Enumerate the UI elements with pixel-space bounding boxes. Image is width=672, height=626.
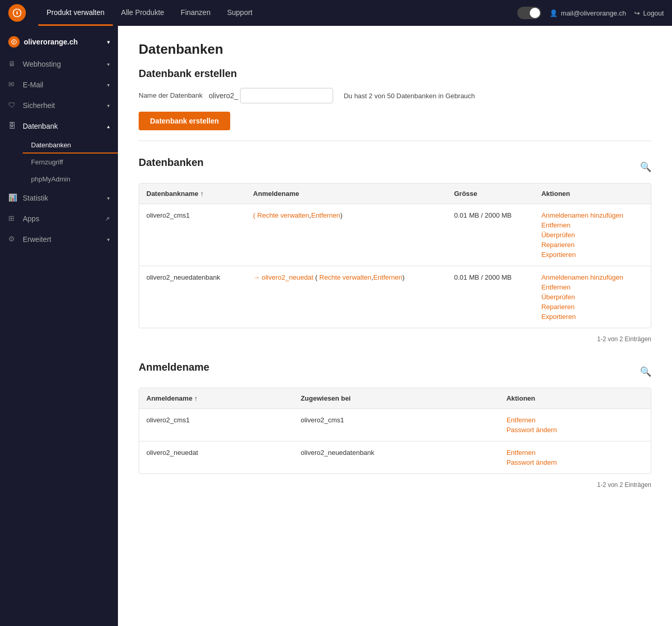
sidebar-label-webhosting: Webhosting xyxy=(23,60,61,68)
sidebar-label-email: E-Mail xyxy=(23,81,43,89)
anmeldename-table-wrap: Anmeldename ↑ Zugewiesen bei Aktionen ol… xyxy=(139,388,651,474)
nav-produkt-verwalten[interactable]: Produkt verwalten xyxy=(38,0,113,26)
nav-right: 👤 mail@oliverorange.ch ↪ Logout xyxy=(517,7,664,19)
top-nav: Produkt verwalten Alle Produkte Finanzen… xyxy=(0,0,672,26)
action-exportieren-1[interactable]: Exportieren xyxy=(541,251,644,258)
action-entfernen-2[interactable]: Entfernen xyxy=(541,283,644,291)
nav-finanzen[interactable]: Finanzen xyxy=(172,0,219,26)
chevron-statistik: ▾ xyxy=(107,195,110,201)
sidebar-item-datenbank[interactable]: 🗄 Datenbank ▴ xyxy=(0,116,118,136)
anm-passwort-1[interactable]: Passwort ändern xyxy=(506,426,644,434)
db-name-input[interactable] xyxy=(240,88,333,103)
server-icon: 🖥 xyxy=(8,59,18,69)
db-usage-info: Du hast 2 von 50 Datenbanken in Gebrauch xyxy=(344,92,475,100)
anm-action-links-2: Entfernen Passwort ändern xyxy=(506,449,644,466)
brand-logo-icon xyxy=(11,39,17,45)
sidebar-label-datenbank: Datenbank xyxy=(23,122,58,130)
chevron-datenbank: ▴ xyxy=(107,124,110,129)
rechte-verwalten-link-2[interactable]: Rechte verwalten xyxy=(319,273,371,281)
action-uberprufen-2[interactable]: Überprüfen xyxy=(541,293,644,301)
prefix-input-group: olivero2_ xyxy=(209,88,334,103)
action-uberprufen-1[interactable]: Überprüfen xyxy=(541,231,644,239)
sidebar-brand[interactable]: oliverorange.ch ▾ xyxy=(0,30,118,54)
anm-entfernen-2[interactable]: Entfernen xyxy=(506,449,644,456)
table-row: olivero2_cms1 olivero2_cms1 Entfernen Pa… xyxy=(139,409,651,441)
logo-icon xyxy=(12,8,22,18)
chevron-email: ▾ xyxy=(107,82,110,88)
sidebar-item-erweitert[interactable]: ⚙ Erweitert ▾ xyxy=(0,229,118,250)
create-db-button[interactable]: Datenbank erstellen xyxy=(139,112,230,130)
table-row: olivero2_neuedat olivero2_neuedatenbank … xyxy=(139,441,651,474)
anm-row1-name: olivero2_cms1 xyxy=(139,409,293,441)
action-reparieren-1[interactable]: Reparieren xyxy=(541,241,644,249)
action-reparieren-2[interactable]: Reparieren xyxy=(541,303,644,311)
main-content: Datenbanken Datenbank erstellen Name der… xyxy=(118,26,672,626)
sidebar-item-apps[interactable]: ⊞ Apps ↗ xyxy=(0,208,118,229)
col-groesse: Grösse xyxy=(447,184,534,204)
toggle-knob xyxy=(530,8,540,18)
db-prefix: olivero2_ xyxy=(209,91,241,100)
brand-icon xyxy=(8,36,20,48)
sidebar-item-webhosting[interactable]: 🖥 Webhosting ▾ xyxy=(0,54,118,74)
datenbanken-pagination: 1-2 von 2 Einträgen xyxy=(139,332,651,346)
anmeldename-section-header: Anmeldename 🔍 xyxy=(139,361,651,381)
anm-passwort-2[interactable]: Passwort ändern xyxy=(506,459,644,466)
user-icon: 👤 xyxy=(549,9,558,17)
chevron-erweitert: ▾ xyxy=(107,237,110,242)
entfernen-link-1[interactable]: Entfernen xyxy=(311,211,340,219)
sidebar-item-statistik[interactable]: 📊 Statistik ▾ xyxy=(0,188,118,208)
nav-support[interactable]: Support xyxy=(219,0,261,26)
db-row1-anmeldename-link[interactable]: ( xyxy=(253,211,255,219)
action-links-2: Anmeldenamen hinzufügen Entfernen Überpr… xyxy=(541,273,644,320)
table-row: olivero2_cms1 ( Rechte verwalten,Entfern… xyxy=(139,204,651,266)
sidebar-item-email[interactable]: ✉ E-Mail ▾ xyxy=(0,74,118,95)
db-row2-anmeldename: → olivero2_neuedat ( Rechte verwalten,En… xyxy=(246,266,446,328)
db-row2-anmeldename-link[interactable]: → olivero2_neuedat xyxy=(253,273,313,281)
sidebar-label-erweitert: Erweitert xyxy=(23,235,51,243)
col-anmeldename-h: Anmeldename ↑ xyxy=(139,388,293,409)
item-left: 🗄 Datenbank xyxy=(8,121,58,131)
rechte-verwalten-link-1[interactable]: Rechte verwalten xyxy=(257,211,309,219)
action-anmelden-1[interactable]: Anmeldenamen hinzufügen xyxy=(541,211,644,219)
action-entfernen-1[interactable]: Entfernen xyxy=(541,221,644,229)
col-aktionen-h: Aktionen xyxy=(499,388,651,409)
col-anmeldename: Anmeldename xyxy=(246,184,446,204)
sidebar-subitem-datenbanken[interactable]: Datenbanken xyxy=(23,136,118,154)
sidebar-subitem-fernzugriff[interactable]: Fernzugriff xyxy=(23,154,118,171)
anm-entfernen-1[interactable]: Entfernen xyxy=(506,416,644,424)
col-aktionen: Aktionen xyxy=(534,184,651,204)
logout-label: Logout xyxy=(643,9,664,17)
dark-mode-toggle[interactable] xyxy=(517,7,541,19)
sidebar-item-sicherheit[interactable]: 🛡 Sicherheit ▾ xyxy=(0,95,118,116)
nav-alle-produkte[interactable]: Alle Produkte xyxy=(113,0,172,26)
create-section-title: Datenbank erstellen xyxy=(139,68,651,80)
sidebar-label-statistik: Statistik xyxy=(23,194,48,202)
action-exportieren-2[interactable]: Exportieren xyxy=(541,313,644,320)
item-left: ⚙ Erweitert xyxy=(8,235,51,244)
datenbanken-section-header: Datenbanken 🔍 xyxy=(139,157,651,177)
col-zugewiesen-h: Zugewiesen bei xyxy=(293,388,499,409)
anm-row2-zugewiesen: olivero2_neuedatenbank xyxy=(293,441,499,474)
logout-button[interactable]: ↪ Logout xyxy=(634,9,664,17)
entfernen-link-2[interactable]: Entfernen xyxy=(373,273,402,281)
action-anmelden-2[interactable]: Anmeldenamen hinzufügen xyxy=(541,273,644,281)
sidebar-label-sicherheit: Sicherheit xyxy=(23,101,55,110)
db-name-label: Name der Datenbank xyxy=(139,91,203,100)
create-section: Datenbank erstellen Name der Datenbank o… xyxy=(139,68,651,141)
db-row1-name: olivero2_cms1 xyxy=(139,204,246,266)
sidebar: oliverorange.ch ▾ 🖥 Webhosting ▾ ✉ E-Mai… xyxy=(0,26,118,626)
email-label: mail@oliverorange.ch xyxy=(561,9,626,17)
sidebar-label-apps: Apps xyxy=(23,215,39,223)
db-row2-groesse: 0.01 MB / 2000 MB xyxy=(447,266,534,328)
layout: oliverorange.ch ▾ 🖥 Webhosting ▾ ✉ E-Mai… xyxy=(0,26,672,626)
anmeldename-table: Anmeldename ↑ Zugewiesen bei Aktionen ol… xyxy=(139,388,651,474)
anmeldename-search-button[interactable]: 🔍 xyxy=(640,366,651,377)
datenbanken-search-button[interactable]: 🔍 xyxy=(640,161,651,173)
item-left: 🖥 Webhosting xyxy=(8,59,61,69)
datenbanken-table-wrap: Datenbankname ↑ Anmeldename Grösse Aktio… xyxy=(139,183,651,328)
brand-name: oliverorange.ch xyxy=(24,38,78,46)
datenbanken-title: Datenbanken xyxy=(139,157,204,169)
settings-icon: ⚙ xyxy=(8,235,18,244)
sidebar-subitem-phpmyadmin[interactable]: phpMyAdmin xyxy=(23,171,118,188)
chevron-sicherheit: ▾ xyxy=(107,103,110,109)
